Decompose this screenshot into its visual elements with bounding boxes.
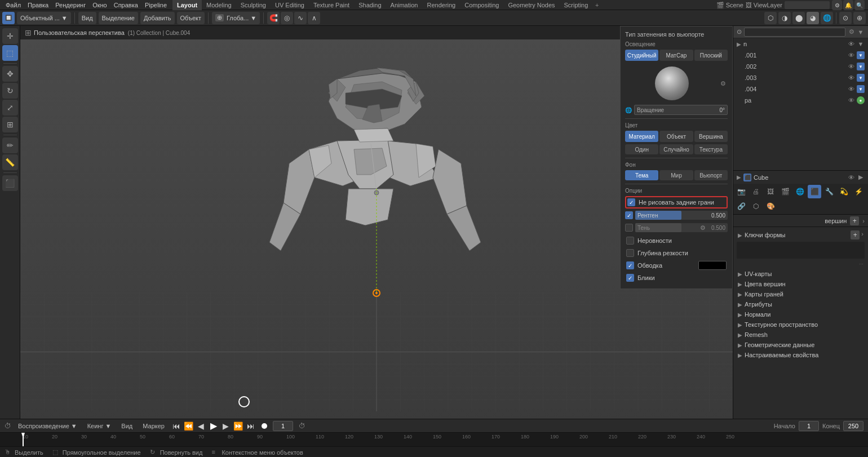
playback-btn[interactable]: Воспроизведение ▼ [15, 421, 81, 431]
section-header-0[interactable]: ▶ UV-карты [736, 269, 866, 278]
tree-item-001[interactable]: .001 👁 ▼ [733, 50, 868, 61]
next-frame-btn[interactable]: ▶ [221, 421, 231, 431]
visibility-icon-003[interactable]: ▼ [857, 74, 865, 82]
lighting-matcap-btn[interactable]: МатСар [659, 50, 693, 61]
menu-pipeline[interactable]: Pipeline [141, 0, 170, 10]
markers-btn[interactable]: Маркер [139, 421, 168, 431]
global-dropdown[interactable]: ⊕ Глоба... ▼ [212, 12, 260, 24]
outline-color-swatch[interactable] [698, 261, 727, 270]
output-props-icon[interactable]: 🖨 [749, 185, 763, 198]
tab-animation[interactable]: Animation [386, 0, 423, 10]
tree-item-003[interactable]: .003 👁 ▼ [733, 72, 868, 83]
measure-tool[interactable]: 📏 [2, 154, 18, 170]
object-icon[interactable]: 🔲 [2, 12, 15, 24]
jump-end-btn[interactable]: ⏭ [246, 421, 256, 431]
viewport-shading-3[interactable]: ⬤ [792, 12, 805, 24]
section-header-1[interactable]: ▶ Цвета вершин [736, 279, 866, 289]
visibility-icon-004[interactable]: ▼ [857, 85, 865, 93]
timeline-track[interactable]: 1020304050607080901001101201301401501601… [0, 433, 868, 446]
section-header-4[interactable]: ▶ Нормали [736, 310, 866, 319]
color-texture-btn[interactable]: Текстура [694, 144, 728, 154]
play-btn[interactable]: ▶ [209, 421, 219, 431]
tab-sculpting[interactable]: Sculpting [236, 0, 271, 10]
transform-tool[interactable]: ⊞ [2, 117, 18, 132]
scene-props-icon[interactable]: 🎬 [778, 185, 792, 198]
bg-theme-btn[interactable]: Тема [625, 170, 658, 180]
viewport-shading-material[interactable]: ◕ [807, 12, 819, 24]
section-header-2[interactable]: ▶ Карты граней [736, 290, 866, 299]
overlay-button[interactable]: ⊙ [839, 12, 852, 24]
rotation-input-container[interactable]: Вращение 0° [634, 105, 728, 115]
eye-icon-004[interactable]: 👁 [847, 85, 855, 93]
menu-render[interactable]: Рендеринг [52, 0, 89, 10]
section-header-8[interactable]: ▶ Настраиваемые свойства [736, 350, 866, 360]
menu-window[interactable]: Окно [89, 0, 110, 10]
toolbar-icon3[interactable]: 🔍 [854, 0, 865, 10]
shadow-settings-gear[interactable]: ⚙ [698, 223, 707, 232]
expand-shape-key-btn[interactable]: › [861, 230, 863, 239]
tab-layout[interactable]: Layout [172, 0, 202, 10]
shape-keys-arrow[interactable]: ▶ [738, 232, 742, 238]
section-header-7[interactable]: ▶ Геометрические данные [736, 340, 866, 349]
object-mode-dropdown[interactable]: Объектный ... ▼ [17, 12, 71, 24]
specular-row[interactable]: ✓ Блики [625, 272, 728, 284]
add-menu[interactable]: Добавить [140, 12, 175, 24]
world-props-icon[interactable]: 🌐 [793, 185, 807, 198]
jump-start-btn[interactable]: ⏮ [171, 421, 181, 431]
keying-btn[interactable]: Кеинг ▼ [84, 421, 115, 431]
snap-angle-icon[interactable]: ∧ [308, 12, 320, 24]
scale-tool[interactable]: ⤢ [2, 100, 18, 116]
tab-rendering[interactable]: Rendering [422, 0, 460, 10]
tree-item-n[interactable]: ▶ n 👁 ▼ [733, 38, 868, 50]
cube-arrow-icon[interactable]: ▶ [857, 174, 865, 181]
object-menu[interactable]: Объект [177, 12, 205, 24]
tab-shading[interactable]: Shading [354, 0, 386, 10]
menu-help[interactable]: Справка [110, 0, 141, 10]
view-layer-props-icon[interactable]: 🖼 [764, 185, 777, 198]
option-backfaces[interactable]: ✓ Не рисовать задние грани [625, 196, 728, 208]
xray-option-row[interactable]: ✓ Рентген 0.500 [625, 210, 728, 221]
menu-file[interactable]: Файл [2, 0, 24, 10]
add-cube-tool[interactable]: ⬛ [2, 175, 18, 191]
bumps-checkbox[interactable] [626, 237, 634, 245]
proportional-icon[interactable]: ◎ [281, 12, 293, 24]
view-menu[interactable]: Вид [78, 12, 96, 24]
outliner-search[interactable] [744, 28, 845, 37]
bg-world-btn[interactable]: Мир [659, 170, 693, 180]
add-workspace-button[interactable]: + [592, 1, 601, 10]
dof-row[interactable]: Глубина резкости [625, 247, 728, 259]
object-props-icon[interactable]: ⬛ [808, 185, 821, 198]
physics-props-icon[interactable]: ⚡ [852, 185, 865, 198]
tab-uv-editing[interactable]: UV Editing [271, 0, 309, 10]
render-props-icon[interactable]: 📷 [734, 185, 748, 198]
cube-row[interactable]: ▶ ⬛ Cube 👁 ▶ [733, 170, 868, 184]
eye-icon-003[interactable]: 👁 [847, 74, 855, 82]
matcap-preview-sphere[interactable] [655, 66, 689, 100]
filter-icon2[interactable]: ▼ [857, 28, 865, 36]
cursor-tool[interactable]: ✛ [2, 28, 18, 44]
particles-props-icon[interactable]: 💫 [837, 185, 851, 198]
color-material-btn[interactable]: Материал [625, 131, 658, 142]
color-object-btn[interactable]: Объект [659, 131, 693, 142]
prev-keyframe-btn[interactable]: ⏪ [184, 421, 194, 431]
backfaces-checkbox[interactable]: ✓ [627, 198, 635, 206]
section-header-6[interactable]: ▶ Remesh [736, 330, 866, 339]
lighting-settings-gear[interactable]: ⚙ [719, 79, 728, 88]
tree-item-002[interactable]: .002 👁 ▼ [733, 61, 868, 72]
outline-row[interactable]: ✓ Обводка [625, 259, 728, 272]
data-props-icon[interactable]: ⬡ [749, 199, 763, 213]
color-vertex-btn[interactable]: Вершина [694, 131, 728, 142]
tab-geometry-nodes[interactable]: Geometry Nodes [503, 0, 559, 10]
viewport-shading-1[interactable]: ⬡ [764, 12, 777, 24]
add-shape-key-btn[interactable]: + [851, 230, 860, 239]
transform-icon[interactable]: ∿ [294, 12, 307, 24]
cube-eye-icon[interactable]: 👁 [847, 174, 855, 181]
magnet-icon[interactable]: 🧲 [267, 12, 280, 24]
tab-scripting[interactable]: Scripting [560, 0, 593, 10]
gizmo-button[interactable]: ⊕ [853, 12, 866, 24]
tab-texture-paint[interactable]: Texture Paint [309, 0, 354, 10]
xray-checkbox[interactable]: ✓ [625, 211, 633, 219]
modifier-props-icon[interactable]: 🔧 [822, 185, 836, 198]
view-btn[interactable]: Вид [118, 421, 136, 431]
viewport-shading-rendered[interactable]: 🌐 [821, 12, 833, 24]
